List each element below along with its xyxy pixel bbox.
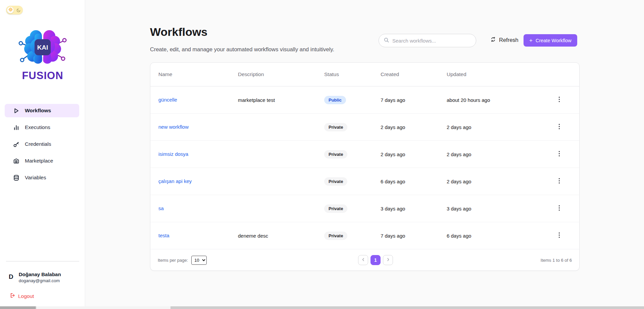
table-body: güncelle marketplace test Public 7 days …: [150, 86, 579, 249]
workflow-name-link[interactable]: isimsiz dosya: [158, 151, 188, 157]
user-info: D Doğanay Balaban doganay@gmail.com: [9, 271, 61, 283]
created-value: 2 days ago: [381, 124, 447, 130]
brand-name: FUSION: [0, 70, 85, 82]
created-value: 2 days ago: [381, 151, 447, 157]
sidebar: KAI FUSION Workflows Executions Credenti…: [0, 0, 85, 309]
sidebar-item-label: Marketplace: [25, 158, 53, 164]
column-header-description: Description: [238, 71, 324, 77]
table-row: new workflow Private 2 days ago 2 days a…: [150, 114, 579, 141]
create-workflow-label: Create Workflow: [536, 38, 572, 43]
table-footer: Items per page: 10 1 Items 1 to 6 of 6: [150, 249, 579, 271]
table-header-row: Name Description Status Created Updated: [150, 63, 579, 86]
items-range-label: Items 1 to 6 of 6: [541, 258, 572, 263]
sidebar-item-credentials[interactable]: Credentials: [5, 137, 79, 151]
column-header-updated: Updated: [447, 71, 547, 77]
workflow-name-link[interactable]: çalışan api key: [158, 178, 192, 184]
status-badge: Private: [324, 150, 347, 159]
row-actions-menu-button[interactable]: [556, 122, 563, 132]
workflow-name-link[interactable]: sa: [158, 205, 164, 211]
updated-value: 2 days ago: [447, 124, 547, 130]
row-actions-menu-button[interactable]: [556, 149, 563, 159]
marketplace-icon: [13, 158, 19, 164]
sidebar-item-label: Workflows: [25, 108, 51, 114]
table-row: çalışan api key Private 6 days ago 2 day…: [150, 168, 579, 195]
search-icon: [384, 37, 389, 44]
theme-toggle[interactable]: [6, 6, 23, 14]
sidebar-item-label: Variables: [25, 175, 46, 181]
chevron-left-icon: [361, 257, 365, 263]
scrollbar-thumb[interactable]: [36, 306, 170, 309]
sidebar-item-executions[interactable]: Executions: [5, 121, 79, 134]
create-workflow-button[interactable]: + Create Workflow: [524, 34, 577, 47]
sidebar-item-label: Executions: [25, 124, 50, 130]
workflow-description: marketplace test: [238, 97, 324, 103]
sidebar-item-marketplace[interactable]: Marketplace: [5, 154, 79, 168]
page-subtitle: Create, edit, and manage your automated …: [150, 46, 334, 53]
kebab-icon: [558, 125, 560, 130]
bar-chart-icon: [13, 124, 19, 131]
table-row: sa Private 3 days ago 3 days ago: [150, 195, 579, 222]
sun-icon: [8, 7, 13, 13]
svg-text:KAI: KAI: [37, 44, 48, 51]
created-value: 7 days ago: [381, 233, 447, 239]
workflow-name-link[interactable]: testa: [158, 233, 169, 238]
column-header-name: Name: [158, 71, 238, 77]
workflow-description: deneme desc: [238, 233, 324, 239]
updated-value: about 20 hours ago: [447, 97, 547, 103]
play-icon: [13, 107, 19, 114]
table-row: isimsiz dosya Private 2 days ago 2 days …: [150, 141, 579, 168]
key-icon: [13, 141, 19, 147]
updated-value: 2 days ago: [447, 151, 547, 157]
row-actions-menu-button[interactable]: [556, 177, 563, 186]
row-actions-menu-button[interactable]: [556, 204, 563, 213]
workflow-name-link[interactable]: güncelle: [158, 97, 177, 103]
table-row: testa deneme desc Private 7 days ago 6 d…: [150, 222, 579, 249]
sidebar-item-label: Credentials: [25, 141, 51, 147]
items-per-page-label: Items per page:: [158, 258, 188, 263]
status-badge: Public: [324, 96, 346, 104]
column-header-created: Created: [381, 71, 447, 77]
kebab-icon: [558, 180, 560, 185]
refresh-button[interactable]: Refresh: [490, 37, 518, 44]
next-page-button[interactable]: [383, 255, 393, 265]
workflow-name-link[interactable]: new workflow: [158, 124, 189, 130]
brand-logo: KAI FUSION: [0, 26, 85, 82]
status-badge: Private: [324, 204, 347, 213]
plus-icon: +: [529, 37, 533, 44]
refresh-icon: [490, 37, 496, 44]
items-per-page-select[interactable]: 10: [191, 256, 207, 265]
database-icon: [13, 174, 19, 181]
sidebar-item-workflows[interactable]: Workflows: [5, 104, 79, 117]
row-actions-menu-button[interactable]: [556, 95, 563, 105]
avatar: D: [9, 271, 13, 283]
sidebar-nav: Workflows Executions Credentials Marketp…: [5, 104, 79, 188]
kebab-icon: [558, 207, 560, 212]
horizontal-scrollbar[interactable]: [0, 306, 644, 309]
user-name: Doğanay Balaban: [19, 271, 61, 277]
moon-icon: [16, 7, 21, 13]
sidebar-divider: [6, 261, 79, 261]
pagination: 1: [358, 255, 393, 265]
kai-brain-logo-image: KAI: [17, 26, 68, 68]
created-value: 3 days ago: [381, 206, 447, 211]
logout-icon: [9, 293, 15, 300]
sidebar-item-variables[interactable]: Variables: [5, 171, 79, 184]
search-box: [379, 34, 476, 47]
light-mode-knob: [7, 7, 14, 13]
logout-label: Logout: [18, 293, 34, 299]
search-input[interactable]: [392, 38, 471, 44]
kebab-icon: [558, 98, 560, 103]
kebab-icon: [558, 152, 560, 158]
page-title: Workflows: [150, 25, 207, 39]
updated-value: 3 days ago: [447, 206, 547, 211]
column-header-status: Status: [324, 71, 381, 77]
chevron-right-icon: [386, 257, 390, 263]
row-actions-menu-button[interactable]: [556, 231, 563, 240]
logout-button[interactable]: Logout: [9, 293, 34, 300]
status-badge: Private: [324, 123, 347, 131]
table-row: güncelle marketplace test Public 7 days …: [150, 86, 579, 114]
previous-page-button[interactable]: [358, 255, 368, 265]
status-badge: Private: [324, 232, 347, 240]
page-number-button[interactable]: 1: [370, 255, 381, 265]
status-badge: Private: [324, 177, 347, 186]
